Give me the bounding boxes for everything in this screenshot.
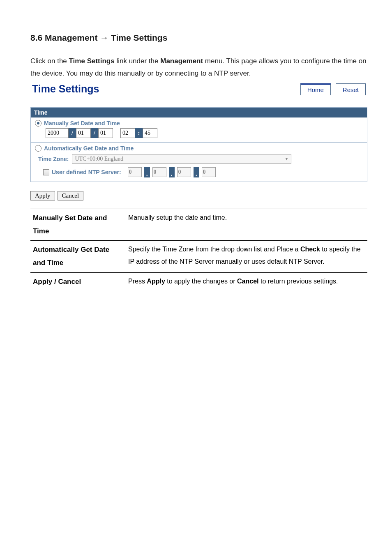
time-section-header: Time [31, 108, 367, 117]
table-row: Apply / Cancel Press Apply to apply the … [30, 272, 367, 291]
desc-span: Press [128, 278, 147, 285]
intro-text: Click on the [30, 57, 69, 65]
tab-home[interactable]: Home [300, 83, 331, 95]
intro-bold: Management [160, 57, 203, 65]
panel-header: Time Settings Home Reset [30, 81, 367, 98]
date-separator-icon: / [69, 128, 76, 138]
year-field[interactable]: 2000 [46, 128, 69, 138]
cancel-button[interactable]: Cancel [58, 191, 84, 200]
desc-text: Specify the Time Zone from the drop down… [126, 241, 367, 273]
ip-dot-icon: . [144, 167, 150, 177]
desc-span: Specify the Time Zone from the drop down… [128, 246, 300, 253]
desc-span: to apply the changes or [165, 278, 237, 285]
table-row: Automatically Get Date and Time Specify … [30, 241, 367, 273]
desc-span: to return previous settings. [259, 278, 338, 285]
date-separator-icon: / [91, 128, 98, 138]
chevron-down-icon: ▼ [285, 157, 289, 161]
auto-label: Automatically Get Date and Time [44, 145, 134, 152]
intro-text: link under the [115, 57, 161, 65]
month-field[interactable]: 01 [76, 128, 91, 138]
timezone-dropdown[interactable]: UTC+00:00 England ▼ [72, 154, 291, 164]
auto-radio[interactable] [35, 145, 42, 152]
apply-button[interactable]: Apply [30, 191, 55, 200]
desc-text: Press Apply to apply the changes or Canc… [126, 272, 367, 291]
manual-label: Manually Set Date and Time [44, 120, 120, 127]
desc-label: Automatically Get Date and Time [30, 241, 126, 273]
desc-bold: Apply [147, 278, 165, 285]
desc-text: Manually setup the date and time. [126, 209, 367, 241]
minute-field[interactable]: 45 [143, 128, 157, 138]
timezone-label: Time Zone: [38, 156, 69, 162]
ntp-checkbox[interactable] [43, 169, 49, 175]
ntp-ip-4[interactable]: 0 [202, 167, 216, 177]
description-table: Manually Set Date and Time Manually setu… [30, 209, 367, 291]
time-settings-panel: Time Settings Home Reset Time Manually S… [30, 81, 367, 200]
desc-label: Manually Set Date and Time [30, 209, 126, 241]
hour-field[interactable]: 02 [120, 128, 135, 138]
ntp-ip-1[interactable]: 0 [128, 167, 142, 177]
ip-dot-icon: . [169, 167, 175, 177]
desc-label: Apply / Cancel [30, 272, 126, 291]
ntp-ip-2[interactable]: 0 [152, 167, 166, 177]
tab-reset[interactable]: Reset [336, 83, 366, 95]
ntp-label: User defined NTP Server: [52, 169, 121, 175]
ntp-ip-3[interactable]: 0 [177, 167, 191, 177]
desc-bold: Cancel [237, 278, 258, 285]
manual-radio[interactable] [35, 120, 42, 127]
timezone-value: UTC+00:00 England [75, 156, 123, 162]
intro-bold: Time Settings [69, 57, 115, 65]
panel-title: Time Settings [30, 83, 300, 95]
day-field[interactable]: 01 [98, 128, 113, 138]
time-separator-icon: : [135, 128, 143, 138]
intro-paragraph: Click on the Time Settings link under th… [30, 55, 367, 80]
section-heading: 8.6 Management → Time Settings [30, 33, 367, 43]
table-row: Manually Set Date and Time Manually setu… [30, 209, 367, 241]
desc-bold: Check [300, 246, 320, 253]
ip-dot-icon: . [194, 167, 199, 177]
